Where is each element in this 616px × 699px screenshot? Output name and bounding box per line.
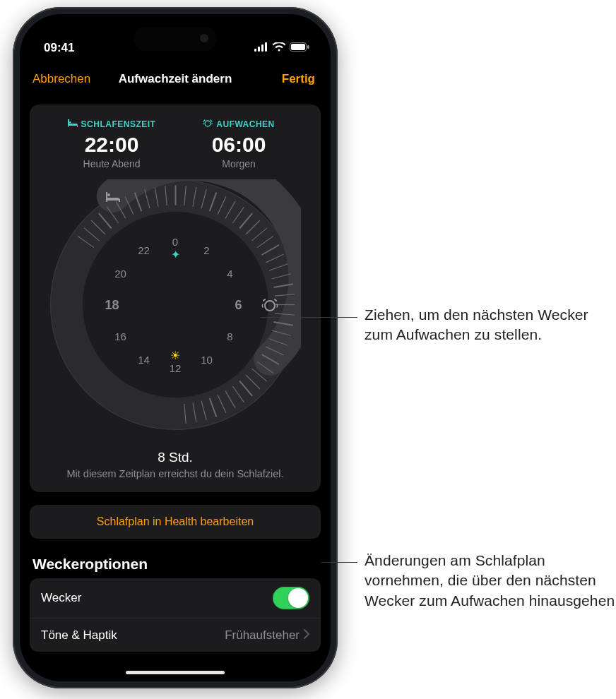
sounds-row[interactable]: Töne & Haptik Frühaufsteher bbox=[30, 618, 321, 652]
svg-line-26 bbox=[225, 201, 235, 218]
dial-hour-18: 18 bbox=[105, 297, 119, 312]
dial-hour-8: 8 bbox=[227, 330, 232, 342]
svg-line-28 bbox=[239, 213, 252, 228]
dial-hour-4: 4 bbox=[227, 268, 232, 280]
svg-line-50 bbox=[225, 391, 235, 408]
edit-schedule-button[interactable]: Schlafplan in Health bearbeiten bbox=[30, 505, 321, 539]
svg-line-9 bbox=[78, 237, 94, 248]
bedtime-label: SCHLAFENSZEIT bbox=[81, 119, 156, 129]
svg-line-18 bbox=[155, 187, 158, 207]
svg-line-54 bbox=[192, 402, 196, 422]
svg-line-29 bbox=[246, 220, 260, 234]
alarm-toggle-switch[interactable] bbox=[273, 587, 309, 609]
dial-hour-10: 10 bbox=[201, 354, 213, 366]
alarm-options-header: Weckeroptionen bbox=[32, 556, 318, 573]
waketime-sub: Morgen bbox=[189, 158, 288, 169]
svg-rect-0 bbox=[254, 49, 256, 52]
chevron-right-icon bbox=[304, 628, 309, 643]
callout-text-1: Ziehen, um den nächsten Wecker zum Aufwa… bbox=[365, 305, 615, 345]
bedtime-block: SCHLAFENSZEIT 22:00 Heute Abend bbox=[62, 117, 161, 169]
battery-icon bbox=[290, 41, 309, 55]
svg-line-21 bbox=[184, 186, 185, 205]
sparkle-icon: ✦ bbox=[171, 248, 180, 261]
notch bbox=[134, 27, 217, 51]
svg-line-22 bbox=[192, 187, 196, 207]
waketime-handle[interactable] bbox=[255, 290, 285, 320]
dial-hour-12: 12 bbox=[170, 362, 182, 374]
svg-rect-2 bbox=[261, 44, 263, 52]
svg-line-34 bbox=[268, 264, 287, 271]
cellular-icon bbox=[254, 41, 268, 55]
svg-line-47 bbox=[246, 375, 260, 389]
svg-line-33 bbox=[266, 254, 283, 263]
svg-line-12 bbox=[98, 213, 111, 228]
dial-hour-2: 2 bbox=[203, 244, 209, 256]
dial-hour-0: 0 bbox=[172, 236, 178, 248]
cancel-button[interactable]: Abbrechen bbox=[32, 64, 90, 95]
svg-line-19 bbox=[165, 186, 166, 205]
home-indicator[interactable] bbox=[126, 671, 225, 674]
svg-line-35 bbox=[271, 274, 290, 279]
bedtime-handle[interactable] bbox=[98, 181, 128, 211]
alarm-toggle-row[interactable]: Wecker bbox=[30, 578, 321, 618]
duration-value: 8 Std. bbox=[38, 450, 312, 465]
svg-rect-6 bbox=[307, 45, 309, 49]
svg-point-56 bbox=[265, 301, 275, 311]
sounds-value: Frühaufsteher bbox=[225, 628, 300, 643]
svg-line-51 bbox=[218, 395, 226, 412]
svg-line-55 bbox=[184, 404, 185, 424]
done-button[interactable]: Fertig bbox=[282, 64, 315, 95]
svg-line-27 bbox=[232, 207, 244, 223]
svg-line-53 bbox=[201, 401, 206, 420]
svg-line-25 bbox=[218, 196, 226, 214]
page-title: Aufwachzeit ändern bbox=[119, 72, 232, 86]
callout-leader-2 bbox=[321, 562, 357, 563]
waketime-label: AUFWACHEN bbox=[216, 119, 275, 129]
svg-line-32 bbox=[261, 245, 278, 255]
svg-rect-3 bbox=[265, 42, 267, 52]
svg-rect-1 bbox=[258, 47, 260, 52]
sounds-label: Töne & Haptik bbox=[41, 628, 117, 643]
callout-text-2: Änderungen am Schlafplan vornehmen, die … bbox=[365, 551, 615, 611]
dial-hour-16: 16 bbox=[114, 330, 126, 342]
svg-line-17 bbox=[144, 189, 149, 208]
svg-line-52 bbox=[209, 398, 216, 417]
waketime-value: 06:00 bbox=[189, 133, 288, 157]
phone-frame: 09:41 Abbrechen Aufwachzeit ändern Ferti… bbox=[13, 7, 338, 688]
nav-bar: Abbrechen Aufwachzeit ändern Fertig bbox=[20, 64, 331, 95]
dial-hour-22: 22 bbox=[138, 244, 150, 256]
svg-line-11 bbox=[90, 220, 105, 234]
alarm-icon bbox=[203, 119, 213, 129]
svg-line-31 bbox=[257, 237, 273, 248]
duration-block: 8 Std. Mit diesem Zeitplan erreichst du … bbox=[38, 450, 312, 479]
screen: 09:41 Abbrechen Aufwachzeit ändern Ferti… bbox=[20, 14, 331, 681]
content: SCHLAFENSZEIT 22:00 Heute Abend AUFWACHE… bbox=[20, 95, 331, 677]
status-right bbox=[254, 41, 309, 55]
svg-point-8 bbox=[205, 121, 211, 126]
sleep-wake-header: SCHLAFENSZEIT 22:00 Heute Abend AUFWACHE… bbox=[38, 117, 312, 169]
svg-line-24 bbox=[209, 193, 216, 211]
bed-icon bbox=[68, 119, 78, 129]
sun-icon: ☀ bbox=[170, 349, 180, 362]
callout-leader-1 bbox=[261, 317, 357, 318]
svg-line-49 bbox=[232, 386, 244, 402]
sleep-dial[interactable]: 0 ✦ 2 4 6 8 10 12 ☀ 14 16 18 20 22 bbox=[50, 179, 301, 430]
dial-hour-6: 6 bbox=[235, 297, 242, 312]
duration-goal-text: Mit diesem Zeitplan erreichst du dein Sc… bbox=[38, 468, 312, 479]
dial-hour-20: 20 bbox=[114, 268, 126, 280]
waketime-block: AUFWACHEN 06:00 Morgen bbox=[189, 117, 288, 169]
svg-point-7 bbox=[69, 121, 71, 123]
status-time: 09:41 bbox=[44, 41, 74, 55]
bedtime-value: 22:00 bbox=[62, 133, 161, 157]
sleep-dial-card: SCHLAFENSZEIT 22:00 Heute Abend AUFWACHE… bbox=[30, 104, 321, 492]
bedtime-sub: Heute Abend bbox=[62, 158, 161, 169]
alarm-toggle-label: Wecker bbox=[41, 591, 81, 605]
svg-line-30 bbox=[251, 228, 266, 241]
svg-rect-5 bbox=[291, 44, 305, 50]
svg-line-23 bbox=[201, 189, 206, 208]
alarm-options-list: Wecker Töne & Haptik Frühaufsteher bbox=[30, 578, 321, 652]
svg-line-48 bbox=[239, 381, 252, 396]
wifi-icon bbox=[273, 41, 285, 55]
svg-line-10 bbox=[84, 228, 99, 241]
dial-hour-14: 14 bbox=[138, 354, 150, 366]
